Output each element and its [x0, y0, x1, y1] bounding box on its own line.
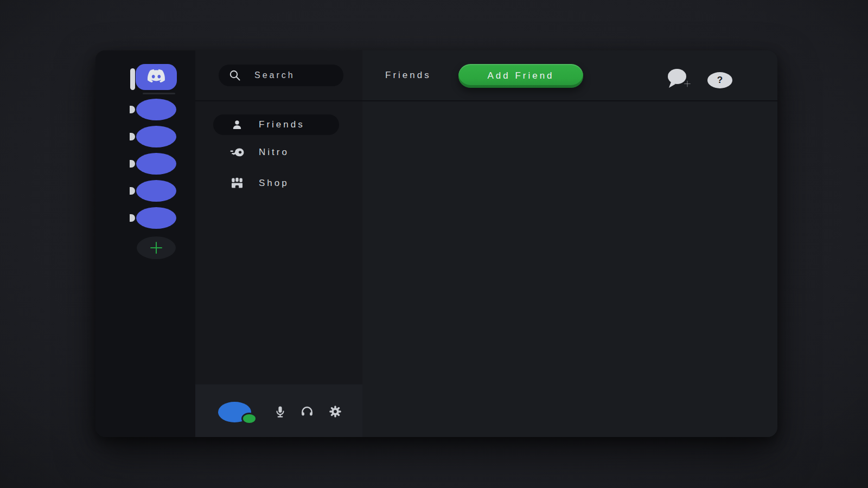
search-icon	[228, 69, 241, 82]
server-unread-indicator	[130, 106, 135, 113]
server-unread-indicator	[130, 133, 135, 140]
search-input[interactable]: Search	[219, 65, 343, 86]
discord-logo-icon	[145, 67, 168, 87]
add-friend-button[interactable]: Add Friend	[458, 64, 583, 88]
home-button[interactable]	[136, 64, 177, 90]
server-icon[interactable]	[136, 99, 176, 120]
server-unread-indicator	[130, 214, 135, 222]
sidebar-item-shop[interactable]: Shop	[213, 173, 339, 194]
online-status-badge	[241, 413, 257, 425]
server-unread-indicator	[130, 187, 135, 195]
server-unread-indicator	[130, 160, 135, 168]
microphone-icon[interactable]	[273, 404, 287, 419]
sidebar-item-friends[interactable]: Friends	[213, 114, 339, 135]
help-glyph: ?	[717, 75, 723, 86]
sidebar-item-label: Friends	[259, 119, 305, 130]
sidebar-item-label: Shop	[259, 178, 289, 189]
server-icon[interactable]	[136, 180, 176, 202]
rail-divider	[143, 93, 175, 94]
sidebar-header: Search	[195, 50, 362, 101]
home-selected-indicator	[130, 68, 135, 90]
user-icon	[229, 118, 245, 132]
server-icon[interactable]	[136, 126, 176, 147]
app-window: Search Friends	[95, 50, 777, 437]
main-panel: Friends Add Friend ?	[362, 50, 777, 437]
storefront-icon	[229, 176, 245, 190]
friends-content-empty	[362, 101, 777, 437]
help-icon[interactable]: ?	[707, 72, 732, 88]
new-message-icon[interactable]	[664, 67, 695, 91]
add-server-button[interactable]	[137, 236, 176, 259]
headphones-icon[interactable]	[300, 404, 314, 419]
nitro-rocket-icon	[229, 145, 245, 159]
dm-sidebar: Search Friends	[195, 50, 362, 437]
settings-gear-icon[interactable]	[328, 404, 342, 419]
server-rail	[95, 50, 195, 437]
sidebar-item-label: Nitro	[259, 147, 289, 158]
plus-icon	[150, 242, 162, 254]
sidebar-item-nitro[interactable]: Nitro	[213, 142, 339, 163]
topbar: Friends Add Friend ?	[362, 50, 777, 101]
server-icon[interactable]	[136, 207, 176, 229]
page-title: Friends	[385, 50, 431, 100]
user-panel	[195, 384, 362, 437]
search-placeholder: Search	[254, 70, 295, 80]
server-icon[interactable]	[136, 153, 176, 175]
